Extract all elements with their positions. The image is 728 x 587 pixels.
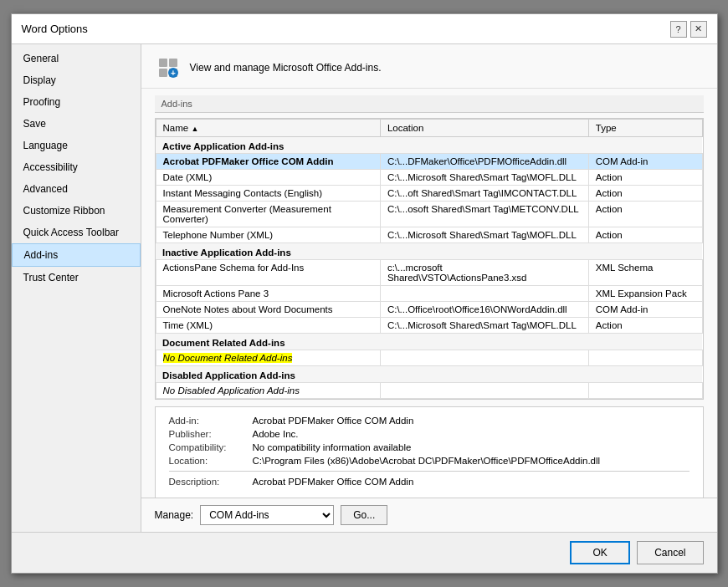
- table-row[interactable]: Microsoft Actions Pane 3XML Expansion Pa…: [156, 286, 702, 302]
- sidebar-item-language[interactable]: Language: [12, 135, 141, 156]
- publisher-label: Publisher:: [169, 429, 253, 439]
- cancel-button[interactable]: Cancel: [637, 541, 703, 564]
- go-button[interactable]: Go...: [341, 505, 387, 525]
- compatibility-value: No compatibility information available: [253, 442, 412, 452]
- table-row[interactable]: No Document Related Add-ins: [156, 350, 702, 366]
- addins-table: Name ▲ Location Type: [156, 119, 703, 399]
- detail-location-row: Location: C:\Program Files (x86)\Adobe\A…: [169, 456, 690, 466]
- table-row[interactable]: OneNote Notes about Word DocumentsC:\...…: [156, 302, 702, 318]
- table-section-header: Active Application Add-ins: [156, 137, 702, 154]
- location-value: C:\Program Files (x86)\Adobe\Acrobat DC\…: [253, 456, 601, 466]
- description-label: Description:: [169, 477, 253, 487]
- word-options-dialog: Word Options ? ✕ GeneralDisplayProofingS…: [11, 13, 718, 574]
- manage-label: Manage:: [155, 509, 194, 521]
- sort-indicator: ▲: [191, 125, 198, 133]
- dialog-title: Word Options: [22, 23, 88, 35]
- manage-bar: Manage: COM Add-insWord Add-insXML Schem…: [141, 498, 717, 532]
- sidebar-item-proofing[interactable]: Proofing: [12, 91, 141, 113]
- close-button[interactable]: ✕: [690, 21, 707, 38]
- help-button[interactable]: ?: [670, 21, 687, 38]
- description-value: Acrobat PDFMaker Office COM Addin: [253, 477, 414, 487]
- table-section-header: Disabled Application Add-ins: [156, 366, 702, 383]
- sidebar-item-customize-ribbon[interactable]: Customize Ribbon: [12, 200, 141, 222]
- col-type[interactable]: Type: [588, 120, 702, 137]
- dialog-footer: OK Cancel: [12, 532, 717, 573]
- main-content: + View and manage Microsoft Office Add-i…: [141, 44, 717, 532]
- sidebar-item-advanced[interactable]: Advanced: [12, 178, 141, 200]
- detail-compatibility-row: Compatibility: No compatibility informat…: [169, 442, 690, 452]
- col-location[interactable]: Location: [380, 120, 588, 137]
- table-row[interactable]: Acrobat PDFMaker Office COM AddinC:\...D…: [156, 154, 702, 170]
- content-area: Add-ins Name ▲ Location: [141, 89, 717, 498]
- sidebar: GeneralDisplayProofingSaveLanguageAccess…: [12, 44, 141, 532]
- sidebar-item-quick-access-toolbar[interactable]: Quick Access Toolbar: [12, 222, 141, 243]
- sidebar-item-add-ins[interactable]: Add-ins: [12, 243, 141, 267]
- main-header: + View and manage Microsoft Office Add-i…: [141, 44, 717, 89]
- table-row[interactable]: Telephone Number (XML)C:\...Microsoft Sh…: [156, 227, 702, 243]
- sidebar-item-save[interactable]: Save: [12, 113, 141, 135]
- ok-button[interactable]: OK: [570, 541, 630, 564]
- sidebar-item-trust-center[interactable]: Trust Center: [12, 267, 141, 288]
- dialog-title-area: Word Options: [22, 23, 88, 35]
- detail-addin-row: Add-in: Acrobat PDFMaker Office COM Addi…: [169, 416, 690, 426]
- dialog-body: GeneralDisplayProofingSaveLanguageAccess…: [12, 44, 717, 532]
- section-label: Add-ins: [155, 95, 704, 113]
- table-row[interactable]: ActionsPane Schema for Add-Insc:\...mcro…: [156, 260, 702, 286]
- table-row[interactable]: Instant Messaging Contacts (English)C:\.…: [156, 186, 702, 202]
- header-description: View and manage Microsoft Office Add-ins…: [190, 62, 382, 74]
- addins-icon: +: [155, 54, 182, 81]
- sidebar-item-accessibility[interactable]: Accessibility: [12, 156, 141, 178]
- svg-rect-0: [159, 59, 167, 67]
- table-row[interactable]: Date (XML)C:\...Microsoft Shared\Smart T…: [156, 170, 702, 186]
- sidebar-item-display[interactable]: Display: [12, 69, 141, 91]
- manage-select[interactable]: COM Add-insWord Add-insXML SchemasXML Ex…: [200, 505, 334, 525]
- table-section-header: Inactive Application Add-ins: [156, 243, 702, 260]
- detail-section: Add-in: Acrobat PDFMaker Office COM Addi…: [155, 406, 704, 498]
- svg-text:+: +: [171, 69, 176, 78]
- title-bar-controls: ? ✕: [670, 21, 707, 38]
- addin-label: Add-in:: [169, 416, 253, 426]
- table-row[interactable]: Time (XML)C:\...Microsoft Shared\Smart T…: [156, 318, 702, 334]
- compatibility-label: Compatibility:: [169, 442, 253, 452]
- table-row[interactable]: No Disabled Application Add-ins: [156, 383, 702, 399]
- svg-rect-2: [159, 69, 167, 77]
- addins-table-wrapper: Name ▲ Location Type: [155, 118, 704, 400]
- table-row[interactable]: Measurement Converter (Measurement Conve…: [156, 202, 702, 227]
- detail-divider: [169, 471, 690, 472]
- publisher-value: Adobe Inc.: [253, 429, 299, 439]
- table-section-header: Document Related Add-ins: [156, 334, 702, 350]
- addin-value: Acrobat PDFMaker Office COM Addin: [253, 416, 414, 426]
- svg-rect-1: [169, 59, 177, 67]
- title-bar: Word Options ? ✕: [12, 14, 717, 44]
- col-name[interactable]: Name ▲: [156, 120, 380, 137]
- detail-publisher-row: Publisher: Adobe Inc.: [169, 429, 690, 439]
- detail-description-row: Description: Acrobat PDFMaker Office COM…: [169, 477, 690, 487]
- location-label: Location:: [169, 456, 253, 466]
- sidebar-item-general[interactable]: General: [12, 48, 141, 69]
